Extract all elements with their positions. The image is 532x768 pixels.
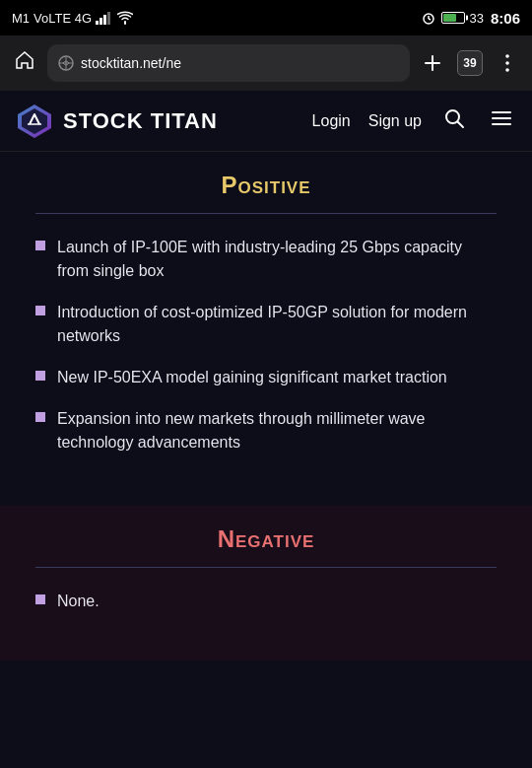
search-button[interactable] <box>439 104 469 139</box>
svg-rect-1 <box>100 18 102 25</box>
positive-divider <box>35 213 497 214</box>
logo-container: STOCK TITAN <box>16 103 312 140</box>
battery-icon <box>441 12 465 24</box>
menu-button[interactable] <box>487 104 516 139</box>
time-display: 8:06 <box>491 10 520 27</box>
positive-section: Positive Launch of IP-100E with industry… <box>0 152 532 502</box>
positive-bullet-list: Launch of IP-100E with industry-leading … <box>35 236 497 454</box>
bullet-text: Launch of IP-100E with industry-leading … <box>57 236 497 283</box>
more-button[interactable] <box>493 48 522 78</box>
signup-link[interactable]: Sign up <box>368 112 422 130</box>
bullet-square-icon <box>35 306 45 315</box>
bullet-text: Introduction of cost-optimized IP-50GP s… <box>57 301 497 348</box>
battery-percent: 33 <box>470 11 484 26</box>
bullet-text: None. <box>57 590 100 613</box>
main-content: Positive Launch of IP-100E with industry… <box>0 152 532 768</box>
status-right: 33 8:06 <box>421 10 521 27</box>
logo-text: STOCK TITAN <box>63 108 218 134</box>
signal-icon <box>96 11 113 25</box>
bullet-square-icon <box>35 594 45 604</box>
svg-line-6 <box>429 19 431 20</box>
add-tab-button[interactable] <box>418 48 447 78</box>
svg-line-19 <box>458 121 464 127</box>
list-item: None. <box>35 590 497 613</box>
svg-point-13 <box>505 61 509 65</box>
url-bar[interactable]: stocktitan.net/ne <box>47 44 410 82</box>
browser-chrome: stocktitan.net/ne 39 <box>0 35 532 91</box>
url-security-icon <box>57 54 75 72</box>
svg-rect-3 <box>107 12 110 25</box>
negative-divider <box>35 567 497 568</box>
bullet-square-icon <box>35 412 45 422</box>
bullet-square-icon <box>35 371 45 381</box>
nav-links: Login Sign up <box>312 104 516 139</box>
list-item: New IP-50EXA model gaining significant m… <box>35 366 497 389</box>
home-icon <box>14 49 35 71</box>
list-item: Introduction of cost-optimized IP-50GP s… <box>35 301 497 348</box>
svg-rect-2 <box>103 15 106 25</box>
browser-actions: 39 <box>418 48 522 78</box>
tabs-count-badge[interactable]: 39 <box>457 50 483 76</box>
svg-rect-0 <box>96 21 99 25</box>
positive-section-title: Positive <box>35 172 497 199</box>
list-item: Expansion into new markets through milli… <box>35 407 497 454</box>
negative-section: Negative None. <box>0 506 532 661</box>
home-button[interactable] <box>10 45 39 81</box>
login-link[interactable]: Login <box>312 112 351 130</box>
nav-bar: STOCK TITAN Login Sign up <box>0 91 532 152</box>
battery-fill <box>443 14 456 22</box>
logo-icon <box>16 103 53 140</box>
status-bar: M1 VoLTE 4G 33 8:06 <box>0 0 532 35</box>
svg-point-14 <box>505 68 509 72</box>
status-left: M1 VoLTE 4G <box>12 11 133 26</box>
url-text: stocktitan.net/ne <box>81 55 400 71</box>
carrier-text: M1 <box>12 11 30 26</box>
negative-bullet-list: None. <box>35 590 497 613</box>
svg-point-12 <box>505 54 509 58</box>
bullet-text: New IP-50EXA model gaining significant m… <box>57 366 447 389</box>
bullet-square-icon <box>35 241 45 250</box>
wifi-icon <box>117 11 133 25</box>
bullet-text: Expansion into new markets through milli… <box>57 407 497 454</box>
list-item: Launch of IP-100E with industry-leading … <box>35 236 497 283</box>
alarm-icon <box>421 11 436 25</box>
negative-section-title: Negative <box>35 525 497 553</box>
network-type: VoLTE 4G <box>33 11 92 26</box>
